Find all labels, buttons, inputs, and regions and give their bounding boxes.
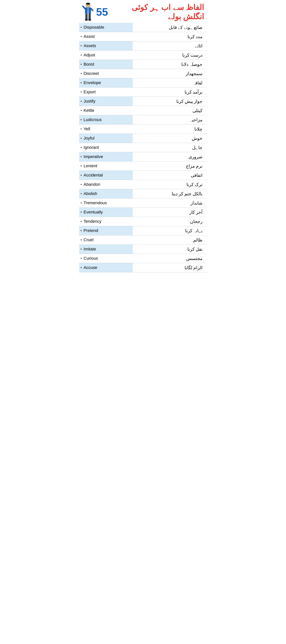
header-urdu-title: الفاظ سے اب ہر کوئی انگلش بولے xyxy=(109,3,204,21)
bullet-point: • xyxy=(81,182,82,186)
urdu-meaning: مجتسس xyxy=(133,254,207,263)
table-row: •Exportبرآمد کرنا xyxy=(79,87,207,96)
urdu-meaning: ترک کرنا xyxy=(133,180,207,189)
english-word: •Lenient xyxy=(79,161,133,170)
table-row: •Assistمدد کرنا xyxy=(79,32,207,41)
bullet-point: • xyxy=(81,108,82,112)
bullet-point: • xyxy=(81,201,82,205)
svg-rect-12 xyxy=(88,14,91,20)
english-word: •Ignorant xyxy=(79,143,133,152)
urdu-meaning: نرم مزاج xyxy=(133,161,207,170)
svg-point-1 xyxy=(86,3,90,5)
table-row: •Lenientنرم مزاج xyxy=(79,161,207,170)
table-row: •Tremendousشاندار xyxy=(79,198,207,208)
table-row: •Assetsاثاثے xyxy=(79,41,207,50)
english-word: •Abandon xyxy=(79,180,133,189)
table-row: •Ludicrousمزاحیہ xyxy=(79,115,207,124)
english-word: •Imperative xyxy=(79,152,133,161)
urdu-meaning: ضروری xyxy=(133,152,207,161)
urdu-meaning: جواز پیش کرنا xyxy=(133,96,207,106)
bullet-point: • xyxy=(81,53,82,57)
table-row: •Pretendبہانہ کرنا xyxy=(79,226,207,235)
table-row: •Imitateنقل کرنا xyxy=(79,244,207,254)
urdu-meaning: آخر کار xyxy=(133,208,207,217)
bullet-point: • xyxy=(81,25,82,29)
bullet-point: • xyxy=(81,247,82,251)
english-word: •Export xyxy=(79,87,133,96)
english-word: •Kettle xyxy=(79,106,133,115)
svg-line-7 xyxy=(82,6,85,9)
english-word: •Assist xyxy=(79,32,133,41)
english-word: •Imitate xyxy=(79,244,133,254)
urdu-meaning: شاندار xyxy=(133,198,207,208)
english-word: •Pretend xyxy=(79,226,133,235)
bullet-point: • xyxy=(81,72,82,76)
table-row: •Ignorantجاہل xyxy=(79,143,207,152)
urdu-meaning: خوش xyxy=(133,134,207,143)
table-row: •Imperativeضروری xyxy=(79,152,207,161)
english-word: •Accidental xyxy=(79,170,133,180)
table-row: •Abandonترک کرنا xyxy=(79,180,207,189)
table-row: •Accuseالزام لگانا xyxy=(79,263,207,272)
table-row: •Cruelظالم xyxy=(79,235,207,244)
urdu-meaning: مدد کرنا xyxy=(133,32,207,41)
urdu-meaning: برآمد کرنا xyxy=(133,87,207,96)
urdu-meaning: اتفاقی xyxy=(133,170,207,180)
header-number: 55 xyxy=(96,6,108,17)
bullet-point: • xyxy=(81,99,82,103)
urdu-meaning: ضائع ہونے کے قابل xyxy=(133,23,207,32)
table-row: •Yellچلانا xyxy=(79,124,207,134)
bullet-point: • xyxy=(81,34,82,38)
english-word: •Cruel xyxy=(79,235,133,244)
table-row: •Accidentalاتفاقی xyxy=(79,170,207,180)
character-illustration xyxy=(82,3,94,21)
table-row: •Joyfulخوش xyxy=(79,134,207,143)
english-word: •Curious xyxy=(79,254,133,263)
bullet-point: • xyxy=(81,210,82,214)
bullet-point: • xyxy=(81,127,82,131)
bullet-point: • xyxy=(81,90,82,94)
urdu-meaning: چلانا xyxy=(133,124,207,134)
english-word: •Adjust xyxy=(79,50,133,60)
bullet-point: • xyxy=(81,256,82,260)
urdu-meaning: حوصلہ دلانا xyxy=(133,60,207,69)
bullet-point: • xyxy=(81,118,82,122)
svg-point-3 xyxy=(88,5,89,6)
table-row: •Boostحوصلہ دلانا xyxy=(79,60,207,69)
english-word: •Assets xyxy=(79,41,133,50)
bullet-point: • xyxy=(81,173,82,177)
svg-rect-11 xyxy=(85,14,88,20)
bullet-point: • xyxy=(81,164,82,168)
table-row: •Disposableضائع ہونے کے قابل xyxy=(79,23,207,32)
english-word: •Tendency xyxy=(79,217,133,226)
urdu-meaning: بہانہ کرنا xyxy=(133,226,207,235)
bullet-point: • xyxy=(81,220,82,223)
urdu-meaning: رجحان xyxy=(133,217,207,226)
bullet-point: • xyxy=(81,192,82,196)
english-word: •Eventually xyxy=(79,208,133,217)
bullet-point: • xyxy=(81,238,82,242)
bullet-point: • xyxy=(81,136,82,140)
english-word: •Justify xyxy=(79,96,133,106)
english-word: •Joyful xyxy=(79,134,133,143)
english-word: •Accuse xyxy=(79,263,133,272)
bullet-point: • xyxy=(81,266,82,270)
table-row: •Curiousمجتسس xyxy=(79,254,207,263)
english-word: •Yell xyxy=(79,124,133,134)
bullet-point: • xyxy=(81,81,82,85)
english-word: •Boost xyxy=(79,60,133,69)
table-row: •Adjustدرست کرنا xyxy=(79,50,207,60)
table-row: •Envelopeلفافہ xyxy=(79,78,207,87)
urdu-meaning: سمجھدار xyxy=(133,69,207,78)
urdu-meaning: مزاحیہ xyxy=(133,115,207,124)
urdu-meaning: کیتلی xyxy=(133,106,207,115)
english-word: •Ludicrous xyxy=(79,115,133,124)
urdu-meaning: الزام لگانا xyxy=(133,263,207,272)
svg-point-2 xyxy=(87,5,88,6)
english-word: •Discreet xyxy=(79,69,133,78)
bullet-point: • xyxy=(81,155,82,158)
bullet-point: • xyxy=(81,44,82,48)
urdu-meaning: درست کرنا xyxy=(133,50,207,60)
urdu-meaning: لفافہ xyxy=(133,78,207,87)
urdu-meaning: اثاثے xyxy=(133,41,207,50)
